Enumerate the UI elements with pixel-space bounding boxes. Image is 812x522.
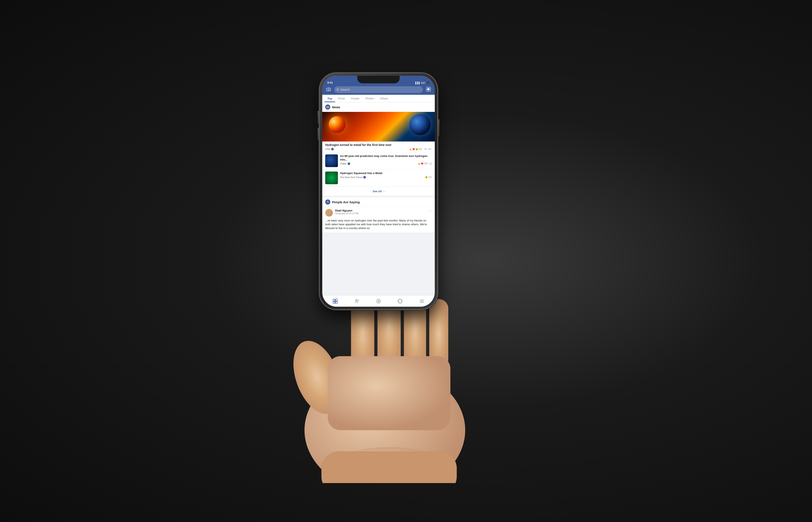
- camera-icon[interactable]: [325, 87, 332, 92]
- svg-line-11: [338, 90, 339, 91]
- nav-home[interactable]: [330, 297, 340, 306]
- post-author: Shali Nguyen: [335, 209, 427, 212]
- svg-rect-19: [336, 299, 337, 301]
- news-icon: [325, 104, 330, 109]
- like-emoji-1: 👍: [418, 162, 420, 165]
- svg-point-1: [284, 335, 350, 420]
- wow-emoji-2: 😮: [425, 176, 428, 178]
- like-emoji: 👍: [409, 148, 412, 150]
- svg-point-0: [304, 367, 465, 483]
- comment-num-1: 31: [429, 162, 432, 165]
- svg-rect-20: [333, 301, 335, 303]
- hero-share-num: 437: [428, 148, 432, 150]
- comment-count-1: ·: [428, 162, 429, 165]
- tab-people[interactable]: People: [348, 95, 362, 102]
- heart-emoji: ❤️: [412, 148, 415, 150]
- post-avatar: [325, 209, 333, 217]
- nav-friends[interactable]: [352, 297, 362, 306]
- news-text-2: Hydrogen Squeezed Into a Metal The New Y…: [340, 172, 432, 179]
- post-meta: Shali Nguyen Yesterday at 10:14 PM: [335, 209, 427, 215]
- wow-emoji: 😮: [415, 148, 418, 150]
- fb-tabs: Top Posts People Photos Videos: [322, 95, 435, 102]
- news-section-header: News: [322, 102, 435, 112]
- hero-reaction-count: 502: [419, 148, 422, 150]
- hero-planet-visual: [409, 114, 430, 135]
- volume-up-button: [318, 111, 319, 123]
- svg-point-10: [337, 88, 339, 90]
- fb-content: News Hydrogen turned to metal for the fi…: [322, 102, 435, 294]
- news-thumb-1: [325, 155, 338, 167]
- nyt-source: The New York Times ✓: [340, 176, 366, 179]
- main-headline-text: Hydrogen turned to metal for the first t…: [325, 143, 432, 146]
- news-source-row-2: The New York Times ✓ 😮 222: [340, 176, 432, 179]
- people-icon: [325, 199, 330, 204]
- post-content: ...ve been very mum on hydrogen over the…: [322, 219, 435, 233]
- nyt-check: ✓: [363, 176, 366, 179]
- news-item-2[interactable]: Hydrogen Squeezed Into a Metal The New Y…: [322, 169, 435, 186]
- headline-source-row: CNN ✓ 👍 ❤️ 😮 502 · 79: [325, 148, 432, 150]
- tab-posts[interactable]: Posts: [335, 95, 348, 102]
- verified-check: ✓: [331, 148, 334, 150]
- nyt-name: The New York Times: [340, 176, 362, 179]
- svg-point-7: [321, 447, 457, 483]
- search-bar[interactable]: Search: [334, 86, 423, 93]
- people-section-title: People Are Saying: [332, 200, 360, 204]
- news-item-1[interactable]: An 80-year-old prediction may come true:…: [322, 152, 435, 169]
- tab-top[interactable]: Top: [324, 95, 335, 102]
- svg-rect-21: [336, 301, 337, 303]
- svg-marker-25: [378, 300, 380, 302]
- cnbc-check: ✓: [348, 162, 350, 165]
- reaction-count-1: 499: [424, 162, 428, 165]
- people-section-header: People Are Saying: [322, 197, 435, 207]
- heart-emoji-1: ❤️: [421, 162, 423, 165]
- svg-point-22: [356, 300, 357, 301]
- svg-rect-8: [321, 451, 457, 483]
- hero-image: [322, 112, 435, 141]
- nav-menu[interactable]: [417, 297, 427, 306]
- phone: 9:41 ▐▐▐ WiFi ⬛: [319, 73, 438, 310]
- reaction-count-2: 222: [428, 176, 432, 178]
- nav-marketplace[interactable]: [395, 297, 405, 306]
- post-header: Shali Nguyen Yesterday at 10:14 PM ···: [322, 207, 435, 219]
- svg-point-17: [327, 201, 328, 202]
- signal-icon: ▐▐▐: [415, 82, 420, 84]
- svg-rect-6: [328, 356, 450, 430]
- news-source-row-1: CNBC ✓ 👍 ❤️ 499 · 31: [340, 162, 432, 165]
- post-time: Yesterday at 10:14 PM: [335, 212, 427, 215]
- cnn-source: CNN ✓: [325, 148, 334, 150]
- news-headline-2: Hydrogen Squeezed Into a Metal: [340, 172, 432, 175]
- main-headline[interactable]: Hydrogen turned to metal for the first t…: [322, 141, 435, 152]
- cnbc-name: CNBC: [340, 162, 347, 165]
- hero-core-visual: [329, 116, 346, 133]
- see-all-button[interactable]: See All: [372, 190, 382, 193]
- cnn-source-name: CNN: [325, 148, 330, 150]
- phone-shell: 9:41 ▐▐▐ WiFi ⬛: [319, 73, 438, 310]
- svg-rect-18: [333, 299, 335, 301]
- phone-screen: 9:41 ▐▐▐ WiFi ⬛: [322, 76, 435, 307]
- news-headline-1: An 80-year-old prediction may come true:…: [340, 155, 432, 162]
- status-time: 9:41: [327, 81, 333, 84]
- tab-photos[interactable]: Photos: [362, 95, 377, 102]
- news-reactions-1: 👍 ❤️ 499 · 31: [418, 162, 432, 165]
- see-all-row[interactable]: See All ›: [322, 186, 435, 196]
- phone-notch: [357, 76, 400, 83]
- search-placeholder: Search: [341, 88, 350, 92]
- hero-share-count: ·: [427, 148, 428, 150]
- news-text-1: An 80-year-old prediction may come true:…: [340, 155, 432, 165]
- messenger-icon[interactable]: [425, 87, 432, 93]
- news-section: News Hydrogen turned to metal for the fi…: [322, 102, 435, 196]
- cnbc-source: CNBC ✓: [340, 162, 350, 165]
- people-section: People Are Saying Shali Nguyen Yesterday…: [322, 197, 435, 233]
- hero-reactions: 👍 ❤️ 😮 502 · 79 · 437: [409, 148, 432, 150]
- volume-down-button: [318, 128, 319, 140]
- news-reactions-2: 😮 222: [425, 176, 432, 178]
- scene: 9:41 ▐▐▐ WiFi ⬛: [258, 60, 554, 462]
- tab-videos[interactable]: Videos: [377, 95, 391, 102]
- home-indicator: [366, 304, 391, 305]
- chevron-right-icon: ›: [384, 190, 384, 193]
- battery-icon: ⬛: [427, 81, 430, 84]
- svg-point-23: [357, 300, 359, 301]
- status-icons: ▐▐▐ WiFi ⬛: [415, 81, 430, 84]
- post-menu-icon[interactable]: ···: [429, 209, 432, 213]
- svg-point-9: [328, 89, 329, 90]
